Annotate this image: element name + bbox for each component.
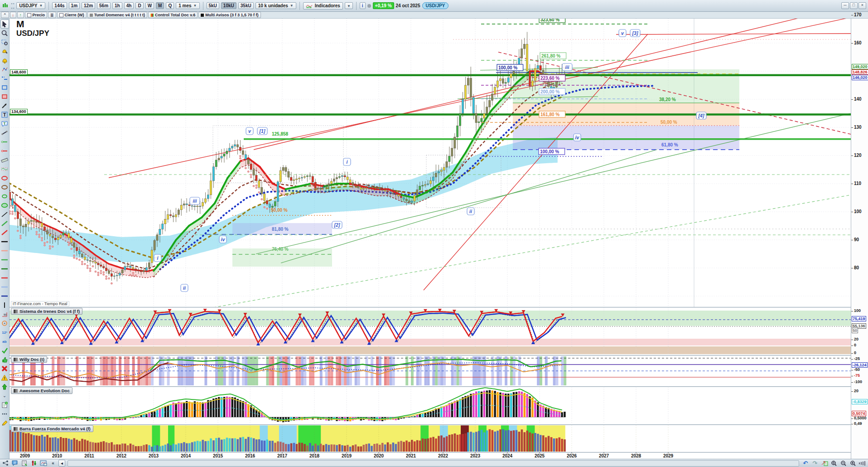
horizontal-scrollbar[interactable] bbox=[68, 460, 799, 467]
scroll-left-button[interactable]: ◂ bbox=[58, 460, 65, 467]
toggle-5[interactable]: Cierre (W) bbox=[57, 12, 87, 18]
tool-segment-endpoints-icon[interactable] bbox=[0, 128, 9, 137]
tool-notes-icon[interactable]: 1 bbox=[0, 400, 9, 409]
indicators-caret[interactable]: ▼ bbox=[345, 2, 353, 9]
maximize-icon[interactable]: □ bbox=[850, 2, 858, 9]
timeframe-button-D[interactable]: D bbox=[135, 2, 143, 9]
indicator-chip-7[interactable]: Control Total Doc v.6 bbox=[148, 12, 198, 18]
list-icon[interactable]: ≣ bbox=[48, 12, 56, 18]
tool-alarm-bell-icon[interactable] bbox=[0, 56, 9, 65]
collapse-panel-icon[interactable]: « bbox=[49, 460, 57, 467]
timeframe-button-12m[interactable]: 12m bbox=[82, 2, 95, 9]
checkbox-icon[interactable] bbox=[59, 13, 63, 17]
tool-ellipse-green-small-icon[interactable] bbox=[0, 192, 9, 201]
volume-button-10kU[interactable]: 10kU bbox=[221, 2, 236, 9]
tool-more-chevron-icon[interactable]: ⌄ bbox=[0, 391, 9, 400]
timeframe-button-1h[interactable]: 1h bbox=[112, 2, 122, 9]
tool-text-icon[interactable]: T bbox=[0, 110, 9, 119]
tool-rect-blue-icon[interactable] bbox=[0, 83, 9, 92]
toolbar-grip[interactable]: ▪▪▪▪ bbox=[11, 1, 14, 10]
tool-segment-green-icon[interactable] bbox=[0, 137, 9, 146]
tool-hline-black-icon[interactable] bbox=[0, 237, 9, 246]
tool-thumbs-up-icon[interactable] bbox=[0, 355, 9, 364]
tool-ellipse-red-icon[interactable] bbox=[0, 174, 9, 183]
tool-rect-red-icon[interactable] bbox=[0, 92, 9, 101]
alert-down-icon[interactable]: ↓ bbox=[10, 12, 17, 18]
minimize-icon[interactable]: ─ bbox=[841, 2, 849, 9]
tool-ellipse-green-icon[interactable] bbox=[0, 201, 9, 210]
timeframe-button-1m[interactable]: 1m bbox=[69, 2, 80, 9]
tool-ellipse-brown-icon[interactable] bbox=[0, 183, 9, 192]
tool-segments-icon[interactable] bbox=[0, 74, 9, 83]
panel-name-1[interactable]: Willy Doc (t) bbox=[11, 356, 47, 363]
tool-magnifier-icon[interactable] bbox=[0, 29, 9, 38]
tool-numbers-icon[interactable]: 12³ bbox=[0, 328, 9, 337]
close-icon[interactable]: × bbox=[858, 2, 866, 9]
tool-pencil-icon[interactable] bbox=[0, 418, 9, 428]
zoom-in-icon[interactable] bbox=[849, 460, 857, 467]
symbol-select[interactable]: USDJPY▼ bbox=[16, 2, 45, 9]
indicator-chip-8[interactable]: Multi Avisos (3 f 3 1,5 70 f f) bbox=[198, 12, 260, 18]
timeframe-button-144s[interactable]: 144s bbox=[52, 2, 67, 9]
tool-cross-red-icon[interactable] bbox=[0, 364, 9, 373]
timeframe-button-56m[interactable]: 56m bbox=[97, 2, 111, 9]
units-select[interactable]: 10 k unidades▼ bbox=[256, 2, 296, 9]
info-button[interactable]: i bbox=[360, 2, 366, 9]
orders-icon[interactable] bbox=[30, 460, 38, 467]
tool-arrow-up-green-icon[interactable] bbox=[0, 382, 9, 391]
tool-anchor-point-icon[interactable] bbox=[0, 65, 9, 74]
zoom-out-icon[interactable] bbox=[839, 460, 848, 467]
tool-alarm-cursor-icon[interactable] bbox=[0, 47, 9, 56]
symbol-pill[interactable]: USD/JPY bbox=[422, 2, 449, 9]
tool-letters-icon[interactable]: ab bbox=[0, 337, 9, 346]
timeframe-button-Q[interactable]: Q bbox=[166, 2, 174, 9]
tool-zoom-area-icon[interactable] bbox=[0, 38, 9, 47]
chart-window-icon[interactable] bbox=[39, 460, 48, 467]
tool-line-green-diag-icon[interactable] bbox=[0, 219, 9, 228]
tool-angle-icon[interactable]: 90 bbox=[0, 310, 9, 319]
chart-canvas[interactable]: 323,60 %261,80 %100,00 %223,60 %200,00 %… bbox=[0, 0, 868, 467]
tool-hline-darkgreen-icon[interactable] bbox=[0, 264, 9, 273]
timeframe-button-M[interactable]: M bbox=[156, 2, 164, 9]
tool-ruler-icon[interactable] bbox=[0, 156, 9, 165]
tool-hline-red-icon[interactable] bbox=[0, 273, 9, 282]
volume-button-5kU[interactable]: 5kU bbox=[207, 2, 219, 9]
news-icon[interactable] bbox=[20, 460, 29, 467]
chat-icon[interactable] bbox=[11, 460, 19, 467]
tool-warning-icon[interactable]: ! bbox=[0, 373, 9, 382]
collapse-chevron-icon[interactable]: ⌃ bbox=[1, 12, 9, 18]
redo-icon[interactable]: ↷ bbox=[811, 460, 819, 467]
tool-text-bubble-icon[interactable]: T bbox=[0, 119, 9, 128]
volume-button-35kU[interactable]: 35kU bbox=[238, 2, 254, 9]
tool-hline-green-icon[interactable] bbox=[0, 255, 9, 264]
panel-name-0[interactable]: Sistema de trenes Doc v4 (f f) bbox=[11, 308, 82, 315]
timeframe-button-W[interactable]: W bbox=[145, 2, 154, 9]
tool-line-red-diag-icon[interactable] bbox=[0, 228, 9, 237]
tool-hline-lightblue-icon[interactable] bbox=[0, 282, 9, 292]
tool-hline-salmon-icon[interactable] bbox=[0, 246, 9, 255]
zoom-slider-icon[interactable] bbox=[858, 460, 867, 467]
tool-line-black-icon[interactable] bbox=[0, 210, 9, 219]
checkbox-icon[interactable] bbox=[27, 13, 31, 17]
export-icon[interactable] bbox=[820, 460, 829, 467]
tool-dots-icon[interactable] bbox=[0, 409, 9, 418]
indicator-chip-6[interactable]: Tunel Domenec v4 (t t t t t) bbox=[87, 12, 147, 18]
panel-name-2[interactable]: Awesome Evolution Doc bbox=[11, 387, 72, 394]
tool-wave-channel-icon[interactable] bbox=[0, 165, 9, 174]
zoom-fit-icon[interactable] bbox=[830, 460, 838, 467]
share-icon[interactable] bbox=[1, 460, 10, 467]
indicators-button[interactable]: Indicadores bbox=[303, 2, 343, 10]
tool-vline-icon[interactable] bbox=[0, 301, 9, 310]
tool-hline-darkblue-icon[interactable] bbox=[0, 292, 9, 301]
undo-icon[interactable]: ↶ bbox=[801, 460, 810, 467]
panel-name-3[interactable]: Barra Fuerza Fondo Mercado v4 (f) bbox=[11, 425, 93, 432]
tool-check-icon[interactable] bbox=[0, 346, 9, 355]
tool-fib-circle-icon[interactable]: + bbox=[0, 319, 9, 328]
tool-cursor-icon[interactable] bbox=[0, 19, 9, 29]
tool-segment-red-icon[interactable] bbox=[0, 146, 9, 156]
period-select[interactable]: 1 mes▼ bbox=[176, 2, 199, 9]
price-axis[interactable]: 1701601401301201101009080149,020148,8261… bbox=[851, 19, 868, 459]
timeframe-button-4h[interactable]: 4h bbox=[124, 2, 134, 9]
alert-up-icon[interactable]: ↑ bbox=[17, 12, 24, 18]
toggle-3[interactable]: Precio bbox=[25, 12, 48, 18]
